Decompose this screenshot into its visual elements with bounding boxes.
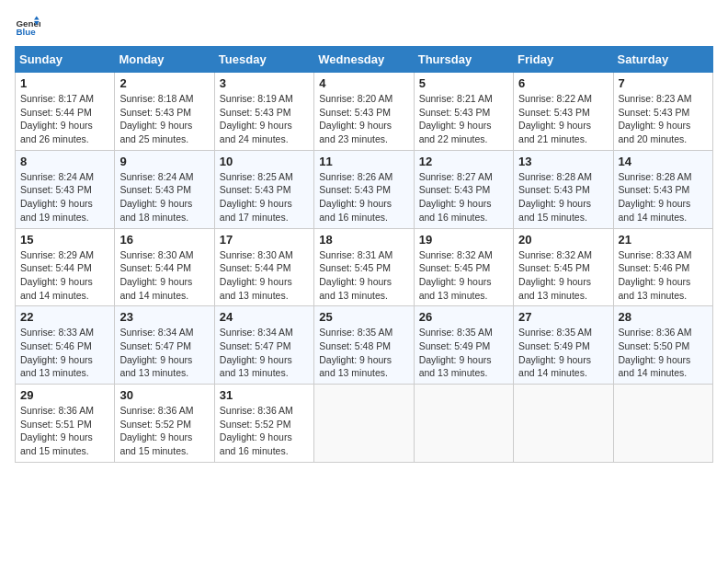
calendar-cell: 19 Sunrise: 8:32 AMSunset: 5:45 PMDaylig… <box>414 228 513 306</box>
day-number: 17 <box>220 233 309 247</box>
day-number: 20 <box>518 233 608 247</box>
calendar-cell: 27 Sunrise: 8:35 AMSunset: 5:49 PMDaylig… <box>514 306 613 385</box>
day-info: Sunrise: 8:35 AMSunset: 5:49 PMDaylight:… <box>419 327 493 378</box>
day-info: Sunrise: 8:25 AMSunset: 5:43 PMDaylight:… <box>220 171 293 223</box>
day-number: 15 <box>20 233 109 247</box>
calendar-cell: 30 Sunrise: 8:36 AMSunset: 5:52 PMDaylig… <box>115 385 214 463</box>
calendar-week-5: 29 Sunrise: 8:36 AMSunset: 5:51 PMDaylig… <box>16 385 713 463</box>
day-info: Sunrise: 8:28 AMSunset: 5:43 PMDaylight:… <box>518 171 592 223</box>
day-info: Sunrise: 8:34 AMSunset: 5:47 PMDaylight:… <box>119 327 193 378</box>
day-info: Sunrise: 8:36 AMSunset: 5:50 PMDaylight:… <box>619 327 692 378</box>
day-number: 28 <box>619 310 708 324</box>
day-info: Sunrise: 8:28 AMSunset: 5:43 PMDaylight:… <box>619 171 692 223</box>
calendar-cell: 14 Sunrise: 8:28 AMSunset: 5:43 PMDaylig… <box>613 150 712 228</box>
calendar-cell: 16 Sunrise: 8:30 AMSunset: 5:44 PMDaylig… <box>115 228 214 306</box>
calendar-body: 1 Sunrise: 8:17 AMSunset: 5:44 PMDayligh… <box>16 73 713 463</box>
calendar-cell: 26 Sunrise: 8:35 AMSunset: 5:49 PMDaylig… <box>414 306 513 385</box>
day-info: Sunrise: 8:36 AMSunset: 5:52 PMDaylight:… <box>220 405 293 456</box>
day-number: 19 <box>419 233 508 247</box>
day-number: 10 <box>220 155 309 168</box>
weekday-friday: Friday <box>514 47 613 73</box>
day-number: 12 <box>419 155 508 168</box>
day-number: 29 <box>20 388 109 402</box>
weekday-tuesday: Tuesday <box>214 47 313 73</box>
day-number: 5 <box>419 76 508 90</box>
day-info: Sunrise: 8:32 AMSunset: 5:45 PMDaylight:… <box>518 249 592 301</box>
calendar-cell: 31 Sunrise: 8:36 AMSunset: 5:52 PMDaylig… <box>214 385 313 463</box>
calendar-week-3: 15 Sunrise: 8:29 AMSunset: 5:44 PMDaylig… <box>16 228 713 306</box>
calendar-cell: 11 Sunrise: 8:26 AMSunset: 5:43 PMDaylig… <box>314 150 414 228</box>
day-info: Sunrise: 8:35 AMSunset: 5:49 PMDaylight:… <box>518 327 592 378</box>
calendar-cell: 24 Sunrise: 8:34 AMSunset: 5:47 PMDaylig… <box>214 306 313 385</box>
calendar-cell: 12 Sunrise: 8:27 AMSunset: 5:43 PMDaylig… <box>414 150 513 228</box>
calendar-cell: 1 Sunrise: 8:17 AMSunset: 5:44 PMDayligh… <box>16 73 115 151</box>
day-info: Sunrise: 8:17 AMSunset: 5:44 PMDaylight:… <box>20 93 94 144</box>
day-number: 23 <box>119 310 209 324</box>
day-number: 24 <box>220 310 309 324</box>
calendar-cell <box>414 385 513 463</box>
logo: General Blue <box>15 15 44 40</box>
day-number: 25 <box>319 310 408 324</box>
calendar-cell: 15 Sunrise: 8:29 AMSunset: 5:44 PMDaylig… <box>16 228 115 306</box>
day-number: 13 <box>518 155 608 168</box>
day-number: 11 <box>319 155 408 168</box>
day-number: 3 <box>220 76 309 90</box>
day-info: Sunrise: 8:21 AMSunset: 5:43 PMDaylight:… <box>419 93 493 144</box>
calendar-cell: 23 Sunrise: 8:34 AMSunset: 5:47 PMDaylig… <box>115 306 214 385</box>
calendar-cell: 20 Sunrise: 8:32 AMSunset: 5:45 PMDaylig… <box>514 228 613 306</box>
day-info: Sunrise: 8:22 AMSunset: 5:43 PMDaylight:… <box>518 93 592 144</box>
day-number: 26 <box>419 310 508 324</box>
day-info: Sunrise: 8:23 AMSunset: 5:43 PMDaylight:… <box>619 93 692 144</box>
weekday-thursday: Thursday <box>414 47 513 73</box>
day-info: Sunrise: 8:35 AMSunset: 5:48 PMDaylight:… <box>319 327 392 378</box>
calendar-cell: 18 Sunrise: 8:31 AMSunset: 5:45 PMDaylig… <box>314 228 414 306</box>
calendar-cell: 25 Sunrise: 8:35 AMSunset: 5:48 PMDaylig… <box>314 306 414 385</box>
calendar-cell: 21 Sunrise: 8:33 AMSunset: 5:46 PMDaylig… <box>613 228 712 306</box>
calendar-cell: 3 Sunrise: 8:19 AMSunset: 5:43 PMDayligh… <box>214 73 313 151</box>
day-info: Sunrise: 8:20 AMSunset: 5:43 PMDaylight:… <box>319 93 392 144</box>
calendar-cell: 2 Sunrise: 8:18 AMSunset: 5:43 PMDayligh… <box>115 73 214 151</box>
day-info: Sunrise: 8:34 AMSunset: 5:47 PMDaylight:… <box>220 327 293 378</box>
svg-text:Blue: Blue <box>16 27 36 37</box>
day-info: Sunrise: 8:33 AMSunset: 5:46 PMDaylight:… <box>20 327 94 378</box>
calendar-table: SundayMondayTuesdayWednesdayThursdayFrid… <box>15 46 713 463</box>
day-info: Sunrise: 8:29 AMSunset: 5:44 PMDaylight:… <box>20 249 94 301</box>
day-info: Sunrise: 8:36 AMSunset: 5:51 PMDaylight:… <box>20 405 94 456</box>
day-info: Sunrise: 8:24 AMSunset: 5:43 PMDaylight:… <box>20 171 94 223</box>
day-info: Sunrise: 8:24 AMSunset: 5:43 PMDaylight:… <box>119 171 193 223</box>
weekday-saturday: Saturday <box>613 47 712 73</box>
day-number: 8 <box>20 155 109 168</box>
day-number: 27 <box>518 310 608 324</box>
day-number: 14 <box>619 155 708 168</box>
day-info: Sunrise: 8:31 AMSunset: 5:45 PMDaylight:… <box>319 249 392 301</box>
calendar-cell <box>613 385 712 463</box>
calendar-week-2: 8 Sunrise: 8:24 AMSunset: 5:43 PMDayligh… <box>16 150 713 228</box>
calendar-week-1: 1 Sunrise: 8:17 AMSunset: 5:44 PMDayligh… <box>16 73 713 151</box>
calendar-cell: 6 Sunrise: 8:22 AMSunset: 5:43 PMDayligh… <box>514 73 613 151</box>
calendar-cell: 5 Sunrise: 8:21 AMSunset: 5:43 PMDayligh… <box>414 73 513 151</box>
calendar-cell: 22 Sunrise: 8:33 AMSunset: 5:46 PMDaylig… <box>16 306 115 385</box>
day-info: Sunrise: 8:33 AMSunset: 5:46 PMDaylight:… <box>619 249 692 301</box>
day-number: 18 <box>319 233 408 247</box>
day-number: 31 <box>220 388 309 402</box>
calendar-week-4: 22 Sunrise: 8:33 AMSunset: 5:46 PMDaylig… <box>16 306 713 385</box>
weekday-wednesday: Wednesday <box>314 47 414 73</box>
day-number: 9 <box>119 155 209 168</box>
weekday-sunday: Sunday <box>16 47 115 73</box>
calendar-cell: 8 Sunrise: 8:24 AMSunset: 5:43 PMDayligh… <box>16 150 115 228</box>
calendar-cell: 29 Sunrise: 8:36 AMSunset: 5:51 PMDaylig… <box>16 385 115 463</box>
day-number: 2 <box>119 76 209 90</box>
calendar-cell: 9 Sunrise: 8:24 AMSunset: 5:43 PMDayligh… <box>115 150 214 228</box>
day-info: Sunrise: 8:19 AMSunset: 5:43 PMDaylight:… <box>220 93 293 144</box>
weekday-header-row: SundayMondayTuesdayWednesdayThursdayFrid… <box>16 47 713 73</box>
page-header: General Blue <box>15 15 713 40</box>
calendar-cell <box>314 385 414 463</box>
calendar-cell: 17 Sunrise: 8:30 AMSunset: 5:44 PMDaylig… <box>214 228 313 306</box>
logo-icon: General Blue <box>15 15 40 40</box>
day-number: 16 <box>119 233 209 247</box>
day-number: 6 <box>518 76 608 90</box>
day-info: Sunrise: 8:30 AMSunset: 5:44 PMDaylight:… <box>119 249 193 301</box>
day-info: Sunrise: 8:18 AMSunset: 5:43 PMDaylight:… <box>119 93 193 144</box>
day-info: Sunrise: 8:26 AMSunset: 5:43 PMDaylight:… <box>319 171 392 223</box>
day-number: 30 <box>119 388 209 402</box>
